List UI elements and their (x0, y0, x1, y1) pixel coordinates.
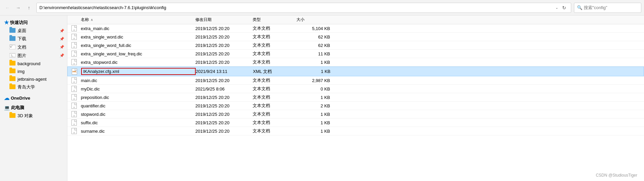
refresh-button[interactable]: ↻ (560, 4, 568, 12)
file-size: 5,104 KB (296, 26, 337, 31)
file-date: 2019/12/25 20:20 (195, 112, 253, 117)
this-pc-label: 此电脑 (11, 105, 24, 111)
column-size[interactable]: 大小 (296, 17, 337, 23)
file-type: 文本文档 (253, 111, 296, 117)
column-name[interactable]: 名称 ∧ (67, 17, 195, 23)
file-type: 文本文档 (253, 77, 296, 83)
folder-icon-pictures (9, 52, 15, 59)
file-type: 文本文档 (253, 103, 296, 109)
table-row[interactable]: A main.dic 2019/12/25 20:20 文本文档 2,987 K… (67, 76, 644, 85)
file-rows-container: A extra_main.dic 2019/12/25 20:20 文本文档 5… (67, 24, 644, 135)
file-size: 2,987 KB (296, 78, 337, 83)
sidebar-item-background[interactable]: background (0, 60, 67, 68)
file-name: extra_main.dic (81, 26, 195, 31)
file-date: 2019/12/25 20:20 (195, 43, 253, 48)
svg-point-4 (11, 54, 12, 56)
file-date: 2021/9/24 13:11 (196, 69, 253, 74)
file-type: 文本文档 (253, 94, 296, 100)
pin-icon: 📌 (60, 29, 64, 33)
sidebar-item-3d[interactable]: 3D 对象 (0, 112, 67, 120)
sidebar-item-documents[interactable]: ≡ 文档 📌 (0, 43, 67, 51)
file-icon: A (67, 128, 81, 134)
pin-icon-down: 📌 (60, 37, 64, 41)
table-row[interactable]: A extra_stopword.dic 2019/12/25 20:20 文本… (67, 58, 644, 67)
quick-access-header[interactable]: ★ 快速访问 (0, 18, 67, 27)
file-size: 0 KB (296, 86, 337, 92)
folder-icon-qingdao (9, 84, 15, 90)
address-chevron[interactable]: ⌄ (553, 4, 560, 12)
table-row[interactable]: A extra_single_word.dic 2019/12/25 20:20… (67, 33, 644, 41)
file-list-header: 名称 ∧ 修改日期 类型 大小 (67, 16, 644, 24)
sidebar-item-label: jetbrains-agent (18, 77, 46, 82)
table-row[interactable]: A myDic.dic 2021/9/25 8:06 文本文档 0 KB (67, 85, 644, 93)
sidebar-item-label: 下载 (18, 36, 26, 42)
star-icon: ★ (4, 19, 9, 26)
folder-icon-documents: ≡ (9, 44, 15, 50)
file-type: 文本文档 (253, 128, 296, 134)
sidebar-item-label: 桌面 (18, 28, 26, 34)
table-row[interactable]: A quantifier.dic 2019/12/25 20:20 文本文档 2… (67, 102, 644, 110)
file-type: 文本文档 (253, 34, 296, 40)
sidebar-item-pictures[interactable]: 图片 📌 (0, 51, 67, 60)
table-row[interactable]: A surname.dic 2019/12/25 20:20 文本文档 1 KB (67, 127, 644, 135)
file-size: 62 KB (296, 34, 337, 40)
file-type: 文本文档 (253, 51, 296, 57)
sidebar-item-downloads[interactable]: 下载 📌 (0, 35, 67, 43)
file-name: surname.dic (81, 129, 195, 134)
forward-button[interactable]: → (13, 3, 23, 12)
file-icon: A (67, 111, 81, 117)
nav-bar: ← → ↑ ⌄ ↻ 🔍 (0, 0, 644, 16)
folder-icon-3d (9, 113, 15, 119)
table-row[interactable]: A stopword.dic 2019/12/25 20:20 文本文档 1 K… (67, 110, 644, 119)
file-icon: A (67, 51, 81, 57)
file-icon: A (67, 25, 81, 31)
onedrive-header[interactable]: ☁ OneDrive (0, 94, 67, 102)
watermark: CSDN @StudiousTiger (596, 173, 637, 178)
address-bar: ⌄ ↻ (36, 3, 571, 13)
sidebar-item-label: 文档 (18, 44, 26, 50)
file-name: extra_single_word.dic (81, 34, 195, 40)
file-name: extra_single_word_full.dic (81, 43, 195, 48)
file-icon: A (67, 120, 81, 126)
table-row[interactable]: A preposition.dic 2019/12/25 20:20 文本文档 … (67, 93, 644, 102)
pin-icon-doc: 📌 (60, 45, 64, 49)
sidebar-item-qingdao[interactable]: 青岛大学 (0, 83, 67, 91)
table-row[interactable]: A extra_main.dic 2019/12/25 20:20 文本文档 5… (67, 24, 644, 33)
file-type: 文本文档 (253, 86, 296, 92)
folder-icon-desktop (9, 28, 15, 34)
sidebar-item-desktop[interactable]: 桌面 📌 (0, 27, 67, 35)
this-pc-header[interactable]: 💻 此电脑 (0, 104, 67, 112)
folder-icon-jetbrains (9, 76, 15, 82)
search-input[interactable] (584, 5, 640, 10)
file-size: 1 KB (296, 60, 337, 65)
file-size: 1 KB (296, 112, 337, 117)
up-button[interactable]: ↑ (24, 3, 34, 12)
sidebar-item-jetbrains[interactable]: jetbrains-agent (0, 75, 67, 83)
column-date[interactable]: 修改日期 (195, 17, 253, 23)
sidebar-item-label: img (18, 69, 25, 74)
file-size: 1 KB (296, 129, 337, 134)
table-row[interactable]: A suffix.dic 2019/12/25 20:20 文本文档 1 KB (67, 119, 644, 127)
file-type: 文本文档 (253, 42, 296, 48)
file-icon: A (67, 42, 81, 48)
file-type: 文本文档 (253, 25, 296, 31)
file-size: 62 KB (296, 43, 337, 48)
file-date: 2019/12/25 20:20 (195, 26, 253, 31)
file-date: 2021/9/25 8:06 (195, 86, 253, 92)
table-row[interactable]: A extra_single_word_low_freq.dic 2019/12… (67, 50, 644, 58)
file-name: main.dic (81, 78, 195, 83)
table-row[interactable]: XML IKAnalyzer.cfg.xml 2021/9/24 13:11 X… (67, 67, 644, 76)
table-row[interactable]: A extra_single_word_full.dic 2019/12/25 … (67, 41, 644, 50)
file-name: myDic.dic (81, 86, 195, 92)
folder-icon-downloads (9, 36, 15, 42)
column-type[interactable]: 类型 (253, 17, 296, 23)
file-size: 11 KB (296, 51, 337, 56)
search-bar: 🔍 (574, 3, 641, 13)
file-icon: A (67, 77, 81, 83)
sidebar-item-label: 青岛大学 (18, 84, 35, 90)
computer-icon: 💻 (4, 105, 10, 110)
back-button[interactable]: ← (3, 3, 12, 12)
address-input[interactable] (39, 5, 553, 10)
file-icon: A (67, 59, 81, 65)
sidebar-item-img[interactable]: img (0, 68, 67, 75)
